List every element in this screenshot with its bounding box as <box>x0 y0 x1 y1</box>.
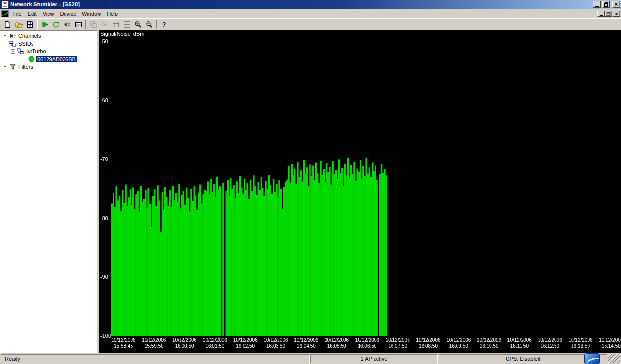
app-window: Network Stumbler - [G520] × File Edit Vi… <box>0 0 621 364</box>
zoom-out-button[interactable] <box>144 19 155 30</box>
mdi-close-button[interactable]: × <box>613 11 620 17</box>
toolbar: ? <box>0 18 621 30</box>
window-title: Network Stumbler - [G520] <box>10 1 591 7</box>
graph-window-icon <box>1 10 9 17</box>
speaker-icon <box>64 21 71 28</box>
signal-plot <box>99 30 621 353</box>
save-file-button[interactable] <box>24 19 35 30</box>
x-tick-label: 10/12/200616:11:50 <box>504 337 535 349</box>
restore-icon <box>604 2 608 7</box>
open-folder-icon <box>15 21 23 28</box>
collapse-toggle[interactable]: - <box>3 42 7 46</box>
x-tick-label: 10/12/200616:14:50 <box>596 337 621 349</box>
app-icon <box>1 1 9 8</box>
x-tick-label: 10/12/200616:13:50 <box>565 337 596 349</box>
status-ap-count: 1 AP active <box>310 354 438 363</box>
menu-device[interactable]: Device <box>57 10 79 17</box>
zoom-in-icon <box>134 21 142 28</box>
blue-overlay-icon <box>584 353 600 364</box>
tree-item-label: SSIDs <box>17 41 34 47</box>
tree-item-label: IvrTurbo <box>25 48 47 54</box>
new-document-button[interactable] <box>2 19 13 30</box>
grid-icon <box>123 21 131 28</box>
menubar: File Edit View Device Window Help × <box>0 9 621 18</box>
tree-panel: + Channels - SSIDs - IvrTurbo 00179AD036… <box>0 30 97 353</box>
refresh-icon <box>52 21 60 28</box>
details-table-icon <box>112 21 119 28</box>
expand-toggle[interactable]: + <box>3 65 7 69</box>
tree-item-ivrturbo[interactable]: - IvrTurbo <box>0 47 97 55</box>
ap-green-icon <box>28 56 35 63</box>
x-tick-label: 10/12/200616:10:50 <box>474 337 505 349</box>
tree-item-label: Filters <box>17 64 34 70</box>
grid-view-button <box>121 19 132 30</box>
main-area: + Channels - SSIDs - IvrTurbo 00179AD036… <box>0 30 621 353</box>
restore-button[interactable] <box>602 1 610 8</box>
open-file-button[interactable] <box>13 19 24 30</box>
mdi-restore-button[interactable] <box>605 11 612 17</box>
details-view-button <box>110 19 121 30</box>
x-tick-label: 10/12/200616:09:50 <box>443 337 474 349</box>
arrange-windows-button <box>88 19 99 30</box>
ssid-icon <box>17 48 24 55</box>
enable-audio-button[interactable] <box>62 19 73 30</box>
toolbar-separator <box>37 20 38 29</box>
expand-toggle[interactable]: + <box>3 34 7 38</box>
antenna-gray-icon <box>101 21 108 28</box>
menu-view[interactable]: View <box>40 10 57 17</box>
ssid-icon <box>9 40 16 47</box>
y-tick-label: -50 <box>100 38 108 44</box>
tree-item-label: Channels <box>17 33 42 39</box>
options-button[interactable] <box>73 19 84 30</box>
collapse-toggle[interactable]: - <box>11 49 15 54</box>
filter-icon <box>9 63 16 70</box>
help-button[interactable]: ? <box>159 19 170 30</box>
tree-item-label: 00179AD036BB <box>36 56 77 62</box>
close-button[interactable]: × <box>612 1 620 8</box>
tree-item-ap-mac[interactable]: 00179AD036BB <box>0 55 97 63</box>
x-tick-label: 10/12/200616:03:50 <box>261 337 291 349</box>
tree-item-ssids[interactable]: - SSIDs <box>0 40 97 47</box>
minimize-icon <box>595 6 599 7</box>
minimize-icon <box>600 15 603 16</box>
mdi-minimize-button[interactable] <box>597 11 605 17</box>
toolbar-separator <box>156 20 157 29</box>
x-tick-label: 10/12/200616:02:50 <box>230 337 261 349</box>
resize-grip[interactable] <box>608 354 620 363</box>
chart-area: Signal/Noise, dBm -50-60-70-80-90-100 10… <box>99 30 621 353</box>
tree-item-channels[interactable]: + Channels <box>0 32 97 40</box>
menu-file[interactable]: File <box>10 10 25 17</box>
menu-help[interactable]: Help <box>104 10 121 17</box>
save-floppy-icon <box>26 21 33 28</box>
titlebar[interactable]: Network Stumbler - [G520] × <box>0 0 621 9</box>
x-tick-label: 10/12/200616:05:50 <box>322 337 352 349</box>
tree-item-filters[interactable]: + Filters <box>0 63 97 71</box>
minimize-button[interactable] <box>593 1 601 8</box>
status-ready: Ready <box>1 354 310 363</box>
x-tick-label: 10/12/200616:00:50 <box>169 337 200 349</box>
y-tick-label: -90 <box>100 274 108 280</box>
x-tick-label: 10/12/200616:08:50 <box>413 337 443 349</box>
menu-edit[interactable]: Edit <box>25 10 40 17</box>
auto-reconfigure-button[interactable] <box>50 19 62 30</box>
y-tick-label: -80 <box>100 215 108 221</box>
x-tick-label: 10/12/200616:07:50 <box>382 337 413 349</box>
x-tick-label: 10/12/200615:59:50 <box>139 337 169 349</box>
x-tick-label: 10/12/200615:58:45 <box>108 337 139 349</box>
zoom-out-icon <box>146 21 153 28</box>
y-tick-label: -60 <box>100 97 108 103</box>
x-tick-label: 10/12/200616:04:50 <box>291 337 322 349</box>
help-icon: ? <box>163 21 166 28</box>
play-icon <box>41 21 49 28</box>
scan-toggle-button[interactable] <box>39 19 50 30</box>
status-gps: GPS: Disabled <box>439 354 607 363</box>
zoom-in-button[interactable] <box>132 19 144 30</box>
toolbar-separator <box>85 20 86 29</box>
x-tick-label: 10/12/200616:12:50 <box>535 337 565 349</box>
small-antenna-button <box>99 19 110 30</box>
options-card-icon <box>75 21 82 28</box>
restore-icon <box>607 12 611 16</box>
close-icon: × <box>615 11 618 16</box>
menu-window[interactable]: Window <box>79 10 104 17</box>
x-tick-label: 10/12/200616:01:50 <box>199 337 230 349</box>
